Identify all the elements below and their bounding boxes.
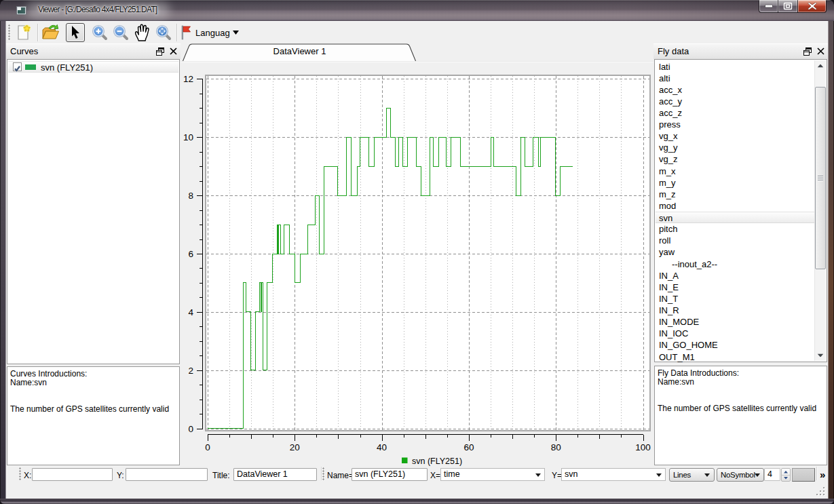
- flydata-item-OUT_M1[interactable]: OUT_M1: [656, 351, 814, 363]
- flydata-item-vg_z[interactable]: vg_z: [656, 153, 814, 165]
- zoom-out-icon: [113, 24, 129, 41]
- toolbar-drag-handle[interactable]: [322, 467, 325, 481]
- window-frame-right: [828, 21, 834, 499]
- tab-dataviewer[interactable]: DataViewer 1: [183, 43, 417, 61]
- xaxis-combo[interactable]: time: [440, 468, 545, 481]
- toolbar-separator: [176, 24, 177, 41]
- svg-text:4: 4: [188, 307, 193, 317]
- name-input[interactable]: svn (FLY251): [352, 468, 428, 481]
- symbol-combo[interactable]: NoSymbol: [717, 468, 764, 482]
- curve-list-item[interactable]: svn (FLY251): [8, 61, 178, 73]
- flydata-item-IN_MODE[interactable]: IN_MODE: [656, 316, 814, 328]
- svg-text:100: 100: [635, 442, 651, 452]
- app-icon: [16, 5, 27, 16]
- title-bar[interactable]: Viewer - [G:/Desafio 4x4/FLY251.DAT]: [0, 0, 834, 21]
- svg-text:80: 80: [551, 442, 561, 452]
- curves-info-panel[interactable]: Curves Introductions: Name:svn The numbe…: [7, 366, 180, 465]
- toolbar-drag-handle[interactable]: [19, 467, 22, 481]
- zoom-out-button[interactable]: [111, 23, 130, 42]
- svg-text:40: 40: [377, 442, 387, 452]
- hand-icon: [133, 24, 151, 41]
- language-flag-icon: [181, 25, 191, 40]
- flydata-item-yaw[interactable]: yaw: [656, 246, 814, 258]
- close-button[interactable]: [797, 0, 827, 13]
- flydata-item-inout_a2[interactable]: --inout_a2--: [656, 258, 814, 270]
- line-style-combo[interactable]: Lines: [669, 468, 715, 482]
- flydata-item-m_z[interactable]: m_z: [656, 189, 814, 200]
- zoom-reset-button[interactable]: [154, 23, 173, 42]
- flydata-item-m_x[interactable]: m_x: [656, 166, 814, 177]
- flydata-item-IN_E[interactable]: IN_E: [656, 282, 814, 293]
- yaxis-label: Y=: [552, 471, 562, 480]
- flydata-item-svn[interactable]: svn: [656, 212, 814, 223]
- float-dock-icon[interactable]: [803, 47, 812, 56]
- flydata-dock-title: Fly data: [658, 46, 689, 56]
- toolbar-drag-handle[interactable]: [8, 24, 11, 41]
- toolbar-overflow-button[interactable]: »: [820, 469, 825, 480]
- flydata-item-IN_T[interactable]: IN_T: [656, 293, 814, 305]
- x-input[interactable]: [32, 468, 113, 481]
- window-title: Viewer - [G:/Desafio 4x4/FLY251.DAT]: [38, 0, 157, 20]
- spin-up-icon: [784, 471, 788, 473]
- flydata-item-m_y[interactable]: m_y: [656, 177, 814, 189]
- chart[interactable]: 024681012020406080100svn (FLY251): [183, 61, 652, 468]
- curves-info-text: Curves Introductions: Name:svn The numbe…: [7, 367, 179, 416]
- flydata-item-alti[interactable]: alti: [656, 73, 814, 84]
- svg-text:10: 10: [183, 132, 193, 142]
- svg-text:svn (FLY251): svn (FLY251): [412, 457, 462, 466]
- svg-text:60: 60: [463, 442, 474, 452]
- flydata-item-IN_GO_HOME[interactable]: IN_GO_HOME: [656, 339, 814, 351]
- zoom-in-button[interactable]: [90, 23, 109, 42]
- scroll-down-button[interactable]: [815, 350, 826, 361]
- cursor-icon: [70, 26, 81, 39]
- svg-text:12: 12: [183, 74, 193, 84]
- flydata-item-IN_A[interactable]: IN_A: [656, 270, 814, 282]
- flydata-item-press[interactable]: press: [656, 119, 814, 130]
- flydata-item-acc_x[interactable]: acc_x: [656, 84, 814, 96]
- dropdown-arrow-icon: [535, 473, 541, 477]
- width-spin-buttons[interactable]: [781, 468, 791, 482]
- toolbar-separator: [816, 467, 817, 480]
- pan-hand-button[interactable]: [132, 23, 151, 42]
- resize-grip[interactable]: [816, 487, 825, 496]
- title-input[interactable]: DataViewer 1: [233, 468, 317, 481]
- flydata-dock-titlebar[interactable]: Fly data: [653, 43, 828, 59]
- cursor-tool-button[interactable]: [66, 23, 85, 42]
- toolbar-separator: [321, 467, 322, 480]
- flydata-scrollbar[interactable]: [814, 60, 826, 361]
- open-file-button[interactable]: [41, 23, 60, 42]
- window-frame-bottom: [0, 499, 834, 504]
- close-dock-icon[interactable]: [817, 47, 824, 55]
- curve-checkbox[interactable]: [13, 62, 22, 71]
- flydata-item-vg_x[interactable]: vg_x: [656, 130, 814, 142]
- y-input[interactable]: [126, 468, 208, 481]
- scroll-up-button[interactable]: [815, 60, 826, 71]
- dropdown-arrow-icon: [704, 473, 710, 477]
- status-bar: [6, 483, 828, 499]
- flydata-item-mod[interactable]: mod: [656, 200, 814, 212]
- flydata-item-pitch[interactable]: pitch: [656, 223, 814, 235]
- language-button[interactable]: Languag: [181, 23, 239, 42]
- curves-dock-title: Curves: [10, 46, 38, 56]
- flydata-item-acc_y[interactable]: acc_y: [656, 96, 814, 107]
- restore-button[interactable]: [778, 0, 797, 13]
- window-frame-left: [0, 21, 6, 499]
- flydata-item-lati[interactable]: lati: [656, 61, 814, 73]
- width-spin-field[interactable]: 4: [764, 468, 780, 481]
- flydata-item-roll[interactable]: roll: [656, 235, 814, 246]
- float-dock-icon[interactable]: [156, 47, 164, 56]
- flydata-info-panel[interactable]: Fly Data Introductions: Name:svn The num…: [654, 366, 827, 465]
- new-file-button[interactable]: [14, 23, 33, 42]
- curves-dock-titlebar[interactable]: Curves: [6, 43, 181, 59]
- svg-text:8: 8: [188, 191, 193, 201]
- color-button[interactable]: [792, 468, 815, 482]
- scrollbar-thumb[interactable]: [815, 87, 826, 269]
- flydata-item-vg_y[interactable]: vg_y: [656, 142, 814, 153]
- svg-text:20: 20: [290, 442, 300, 452]
- yaxis-combo[interactable]: svn: [561, 468, 666, 481]
- flydata-item-acc_z[interactable]: acc_z: [656, 107, 814, 119]
- close-dock-icon[interactable]: [170, 47, 177, 55]
- flydata-item-IN_R[interactable]: IN_R: [656, 305, 814, 316]
- flydata-item-IN_IOC[interactable]: IN_IOC: [656, 328, 814, 339]
- minimize-button[interactable]: [759, 0, 778, 13]
